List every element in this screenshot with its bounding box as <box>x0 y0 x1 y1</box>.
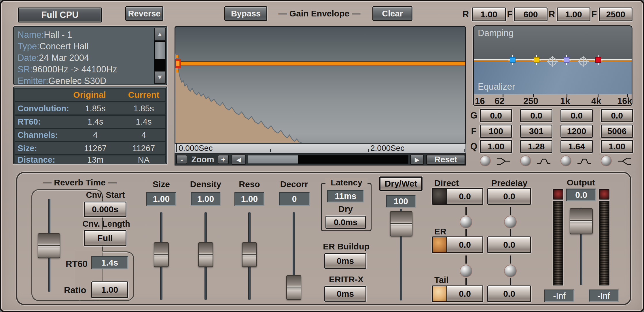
eq-q-2[interactable]: 1.28 <box>520 140 552 153</box>
decorr-slider-handle[interactable] <box>286 275 301 300</box>
predelay-connector <box>510 207 511 215</box>
density-label: Density <box>187 179 224 189</box>
tail-gain-button[interactable]: 0.0 <box>447 286 482 301</box>
er-tail-ball-knob[interactable] <box>460 265 472 277</box>
reverse-button[interactable]: Reverse <box>125 6 163 21</box>
clip-led-left <box>553 189 563 200</box>
direct-thumbnail-icon[interactable] <box>433 189 447 204</box>
output-slider-handle[interactable] <box>570 208 593 234</box>
gain-envelope-line[interactable] <box>175 62 465 65</box>
col-current: Current <box>121 89 167 101</box>
frequency-ruler: 16 62 250 1k 4k 16k <box>474 94 632 106</box>
zoom-in-button[interactable]: + <box>218 155 229 164</box>
eq-band4-led-button[interactable] <box>601 156 611 166</box>
eq-q-3[interactable]: 1.64 <box>560 140 593 153</box>
predelay-connector <box>510 229 511 236</box>
eq-freq-4[interactable]: 5006 <box>601 125 633 138</box>
eq-freq-1[interactable]: 100 <box>480 125 512 138</box>
f-field-2[interactable]: 2500 <box>599 7 632 21</box>
table-row: RT60: 1.4s 1.4s <box>15 116 165 128</box>
gain-row-label: G <box>469 109 478 122</box>
eq-node-purple[interactable] <box>562 55 571 65</box>
eq-gain-1[interactable]: 0.0 <box>480 109 512 122</box>
eq-q-1[interactable]: 1.00 <box>480 140 512 153</box>
ratio-button[interactable]: 1.00 <box>91 281 128 298</box>
eq-node-yellow[interactable] <box>532 55 541 65</box>
preset-sr-label: SR: <box>18 64 33 74</box>
eq-q-4[interactable]: 1.00 <box>601 140 633 153</box>
eq-freq-2[interactable]: 301 <box>520 125 552 138</box>
bypass-button[interactable]: Bypass <box>224 6 267 21</box>
predelay-label: Predelay <box>491 178 527 188</box>
impulse-waveform-display[interactable] <box>175 26 466 144</box>
scroll-up-button[interactable]: ▲ <box>154 28 166 41</box>
predelay-direct-button[interactable]: 0.0 <box>487 188 531 205</box>
bell-filter-icon <box>533 157 555 166</box>
preset-type-value: Concert Hall <box>39 41 89 51</box>
row-original: 1.4s <box>72 116 118 128</box>
eq-node-red[interactable] <box>594 55 603 65</box>
reset-button[interactable]: Reset <box>426 155 465 165</box>
predelay-tail-button[interactable]: 0.0 <box>487 285 531 302</box>
predelay-ball-knob-1[interactable] <box>505 216 516 228</box>
bell-filter-icon <box>573 157 595 166</box>
time-start-label: 0.000Sec <box>179 144 213 153</box>
waveform-scrollbar-track[interactable] <box>248 155 408 164</box>
cnv-length-button[interactable]: Full <box>84 230 126 246</box>
cnv-start-button[interactable]: 0.000s <box>84 202 126 217</box>
high-shelf-icon <box>613 157 635 166</box>
predelay-er-button[interactable]: 0.0 <box>487 236 531 253</box>
row-label: Distance: <box>18 155 81 164</box>
eritr-x-label: ERITR-X <box>321 275 372 284</box>
eq-freq-3[interactable]: 1200 <box>560 125 593 138</box>
preset-scrollbar[interactable]: ▲ ▼ <box>154 28 166 84</box>
dry-latency-button[interactable]: 0.0ms <box>325 216 366 229</box>
scroll-right-button[interactable]: ▶ <box>410 155 424 165</box>
direct-er-ball-knob[interactable] <box>460 216 472 228</box>
zoom-out-button[interactable]: - <box>176 155 187 164</box>
decorr-display: 0 <box>279 192 310 206</box>
waveform-scrollbar-thumb[interactable] <box>248 155 298 163</box>
reverb-time-slider-handle[interactable] <box>38 233 60 258</box>
size-display: 1.00 <box>146 192 176 206</box>
eq-gain-4[interactable]: 0.0 <box>601 109 633 122</box>
direct-connector <box>465 229 467 236</box>
er-thumbnail-icon[interactable] <box>433 237 447 252</box>
size-slider-handle[interactable] <box>154 242 169 267</box>
rt60-label: RT60 <box>66 259 88 269</box>
eq-node-crosshair-1[interactable] <box>547 56 558 67</box>
eq-band1-led-button[interactable] <box>480 156 490 166</box>
latency-title-patch: Latency <box>325 178 368 187</box>
scroll-thumb[interactable] <box>155 42 165 59</box>
dry-label: Dry <box>331 204 360 214</box>
eq-band3-led-button[interactable] <box>561 156 571 166</box>
eq-band2-led-button[interactable] <box>521 156 531 166</box>
reso-slider-handle[interactable] <box>242 242 257 267</box>
f-field-1[interactable]: 600 <box>514 7 548 21</box>
preset-type-label: Type: <box>18 41 39 51</box>
scroll-down-button[interactable]: ▼ <box>154 71 166 84</box>
dry-wet-button[interactable]: Dry/Wet <box>379 176 423 191</box>
r-field-2[interactable]: 1.00 <box>557 7 590 21</box>
er-buildup-button[interactable]: 0ms <box>324 253 366 269</box>
eq-gain-2[interactable]: 0.0 <box>520 109 552 122</box>
latency-title: Latency <box>331 178 362 187</box>
predelay-ball-knob-2[interactable] <box>505 265 516 277</box>
density-slider-handle[interactable] <box>198 242 213 267</box>
r-label-2: R <box>548 7 556 21</box>
direct-gain-button[interactable]: 0.0 <box>447 189 482 204</box>
dry-wet-slider-handle[interactable] <box>390 211 412 236</box>
eritr-x-button[interactable]: 0ms <box>324 286 366 302</box>
eq-node-blue[interactable] <box>508 55 517 65</box>
full-cpu-button[interactable]: Full CPU <box>18 7 102 22</box>
ruler-tick <box>270 149 271 152</box>
er-gain-button[interactable]: 0.0 <box>447 237 482 252</box>
row-current: 1.4s <box>121 116 167 128</box>
scroll-left-button[interactable]: ◀ <box>232 155 246 165</box>
gain-envelope-line-under <box>175 65 465 65</box>
r-field-1[interactable]: 1.00 <box>472 7 506 21</box>
tail-thumbnail-icon[interactable] <box>433 286 447 301</box>
eq-gain-3[interactable]: 0.0 <box>560 109 593 122</box>
eq-node-crosshair-2[interactable] <box>578 56 589 67</box>
clear-button[interactable]: Clear <box>372 6 412 21</box>
